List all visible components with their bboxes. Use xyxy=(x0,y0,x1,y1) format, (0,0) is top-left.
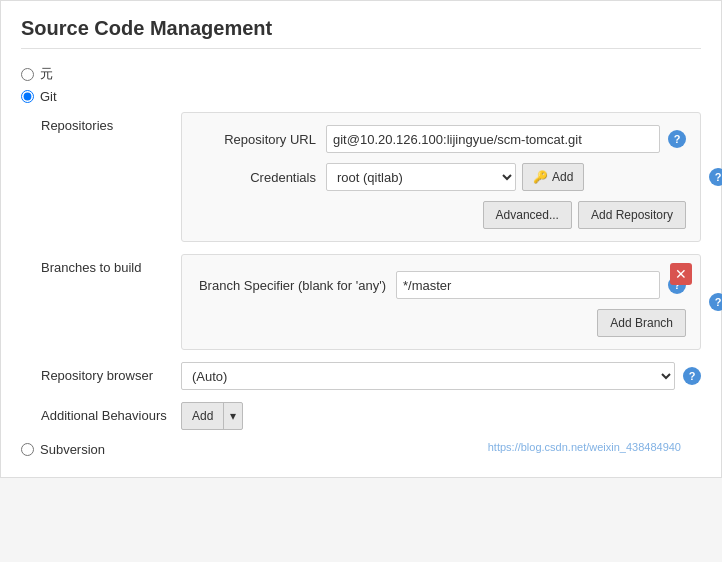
add-repository-button[interactable]: Add Repository xyxy=(578,201,686,229)
repo-url-help-icon[interactable]: ? xyxy=(668,130,686,148)
repo-browser-label: Repository browser xyxy=(21,362,181,383)
add-behaviour-button[interactable]: Add ▾ xyxy=(181,402,243,430)
credentials-row: Credentials root (qitlab) 🔑 Add xyxy=(196,163,686,191)
subversion-row: Subversion https://blog.csdn.net/weixin_… xyxy=(21,442,701,457)
repo-browser-select[interactable]: (Auto) xyxy=(181,362,675,390)
credentials-controls: root (qitlab) 🔑 Add xyxy=(326,163,584,191)
watermark: https://blog.csdn.net/weixin_438484940 xyxy=(488,441,681,453)
page-container: Source Code Management 元 Git Repositorie… xyxy=(0,0,722,478)
repo-url-label: Repository URL xyxy=(196,132,326,147)
add-behaviour-label: Add xyxy=(182,403,224,429)
radio-none[interactable]: 元 xyxy=(21,65,701,83)
branch-buttons: Add Branch xyxy=(196,309,686,337)
branches-content: ✕ Branch Specifier (blank for 'any') ? A… xyxy=(181,254,701,350)
add-branch-button[interactable]: Add Branch xyxy=(597,309,686,337)
repositories-label: Repositories xyxy=(21,112,181,133)
repo-url-row: Repository URL ? xyxy=(196,125,686,153)
additional-behaviours-label: Additional Behaviours xyxy=(21,402,181,423)
branch-specifier-input[interactable] xyxy=(396,271,660,299)
delete-branch-button[interactable]: ✕ xyxy=(670,263,692,285)
credentials-label: Credentials xyxy=(196,170,326,185)
branches-row: Branches to build ✕ Branch Specifier (bl… xyxy=(21,254,701,350)
radio-input-git[interactable] xyxy=(21,90,34,103)
advanced-button[interactable]: Advanced... xyxy=(483,201,572,229)
key-icon: 🔑 xyxy=(533,170,548,184)
additional-behaviours-row: Additional Behaviours Add ▾ xyxy=(21,402,701,430)
page-title: Source Code Management xyxy=(21,17,701,49)
repo-buttons: Advanced... Add Repository xyxy=(196,201,686,229)
branches-label: Branches to build xyxy=(21,254,181,275)
repositories-row: Repositories Repository URL ? Credential… xyxy=(21,112,701,242)
add-behaviour-dropdown-icon: ▾ xyxy=(224,403,242,429)
repo-url-input[interactable] xyxy=(326,125,660,153)
repositories-content: Repository URL ? Credentials root (qitla… xyxy=(181,112,701,242)
repositories-help-icon[interactable]: ? xyxy=(709,168,722,186)
radio-label-none: 元 xyxy=(40,65,53,83)
repo-browser-help-icon[interactable]: ? xyxy=(683,367,701,385)
scm-radio-group: 元 Git xyxy=(21,65,701,104)
additional-behaviours-content: Add ▾ xyxy=(181,402,701,430)
add-credentials-button[interactable]: 🔑 Add xyxy=(522,163,584,191)
branch-specifier-label: Branch Specifier (blank for 'any') xyxy=(196,278,396,293)
credentials-select[interactable]: root (qitlab) xyxy=(326,163,516,191)
radio-input-none[interactable] xyxy=(21,68,34,81)
radio-input-subversion[interactable] xyxy=(21,443,34,456)
radio-label-git: Git xyxy=(40,89,57,104)
repo-browser-row: Repository browser (Auto) ? xyxy=(21,362,701,390)
radio-git[interactable]: Git xyxy=(21,89,701,104)
branches-help-icon[interactable]: ? xyxy=(709,293,722,311)
branch-specifier-row: Branch Specifier (blank for 'any') ? xyxy=(196,271,686,299)
subversion-label: Subversion xyxy=(40,442,105,457)
add-credentials-label: Add xyxy=(552,170,573,184)
